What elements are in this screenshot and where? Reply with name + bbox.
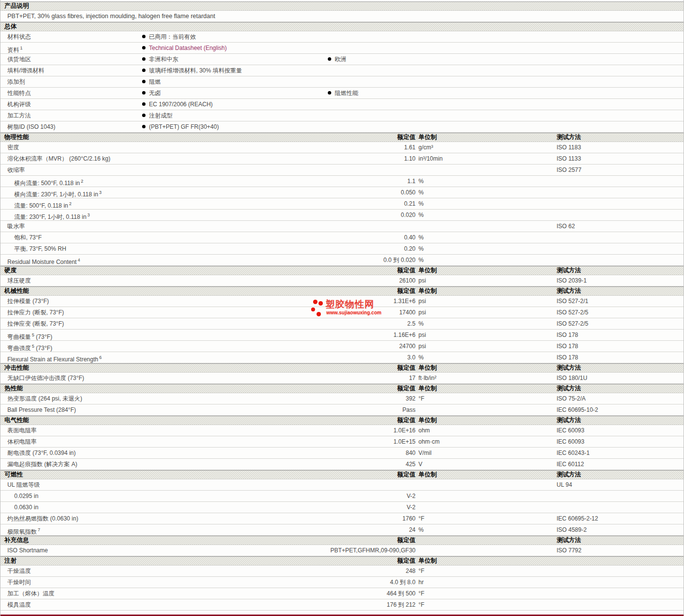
bullet-icon: [142, 102, 146, 106]
property-label-text: 干燥温度: [7, 568, 31, 574]
property-value: 0.050: [265, 187, 415, 198]
section-title: 热性能: [4, 384, 23, 393]
bullet-icon: [142, 114, 146, 117]
property-label-text: 0.0295 in: [14, 493, 38, 499]
property-label-text: 加工（熔体）温度: [7, 590, 54, 597]
table-row: 饱和, 73°F0.40%: [0, 232, 684, 243]
property-label-text: 资料: [7, 47, 19, 53]
property-unit: °F: [418, 566, 424, 576]
property-label: 灼热丝易燃指数 (0.0630 in): [7, 513, 78, 524]
footnote-ref: 7: [38, 527, 40, 532]
section-title: 硬度: [4, 266, 17, 275]
property-label-text: 溶化体积流率（MVR） (260°C/2.16 kg): [7, 155, 110, 162]
property-unit: psi: [418, 341, 426, 352]
property-label: 拉伸模量 (73°F): [7, 296, 49, 307]
bullet-icon: [142, 35, 146, 38]
property-label: 溶化体积流率（MVR） (260°C/2.16 kg): [7, 153, 110, 164]
property-label: 添加剂: [7, 76, 25, 87]
property-value: 24700: [265, 341, 415, 352]
property-label: 吸水率: [7, 221, 25, 232]
test-method: ISO 75-2/A: [557, 393, 586, 404]
table-row: 流量: 230°F, 1小时, 0.118 in30.020%: [0, 210, 684, 221]
property-value: 0.020: [265, 210, 415, 220]
test-method: IEC 60112: [557, 459, 584, 470]
column-header-unit: 单位制: [418, 471, 437, 479]
table-row: 机构评级EC 1907/2006 (REACH): [0, 99, 684, 110]
property-label: 表面电阻率: [7, 425, 37, 436]
property-label-text: 平衡, 73°F, 50% RH: [14, 245, 66, 252]
property-label: 热变形温度 (264 psi, 未退火): [7, 393, 82, 404]
property-label-text: 饱和, 73°F: [14, 234, 42, 241]
column-header-method: 测试方法: [557, 384, 581, 393]
property-unit: psi: [418, 330, 426, 340]
column-header-value: 额定值: [265, 471, 415, 479]
section-header: 电气性能额定值单位制测试方法: [0, 416, 684, 425]
section-header: 总体: [0, 22, 684, 31]
test-method: ISO 2577: [557, 165, 582, 175]
footnote-ref: 2: [81, 179, 83, 184]
section-title: 机械性能: [4, 287, 29, 295]
property-label-text: 弯曲强度: [7, 345, 31, 352]
property-unit: %: [418, 187, 424, 198]
property-label: 无缺口伊佐德冲击强度 (73°F): [7, 373, 84, 383]
bullet-item-label: 无卤: [149, 90, 161, 96]
datasheet-link[interactable]: Technical Datasheet (English): [149, 45, 227, 51]
column-header-method: 测试方法: [557, 364, 581, 372]
test-method: ISO 527-2/5: [557, 307, 588, 318]
table-row: 资料1Technical Datasheet (English): [0, 43, 684, 54]
column-header-method: 测试方法: [557, 416, 581, 425]
table-row: 拉伸应力 (断裂, 73°F)17400psiISO 527-2/5: [0, 307, 684, 318]
property-label-text: 机构评级: [7, 101, 31, 108]
column-header-unit: 单位制: [418, 133, 437, 142]
property-label: Ball Pressure Test (284°F): [7, 404, 76, 415]
table-row: 加工（熔体）温度464 到 500°F: [0, 588, 684, 599]
section-header: 机械性能额定值单位制测试方法: [0, 286, 684, 296]
property-label-text: 0.0630 in: [14, 504, 38, 511]
table-row: 加工方法注射成型: [0, 110, 684, 121]
test-method: IEC 60695-10-2: [557, 404, 598, 415]
property-label-text: 干燥时间: [7, 579, 31, 586]
property-label: ISO Shortname: [7, 545, 48, 556]
column-header-value: 额定值: [265, 416, 415, 425]
table-row: 材料状态已商用：当前有效: [0, 31, 684, 43]
test-method: ISO 2039-1: [557, 275, 586, 286]
section-title: 产品说明: [4, 2, 29, 10]
bullet-icon: [142, 91, 146, 95]
property-label-text: 添加剂: [7, 78, 25, 85]
bullet-item: 非洲和中东: [142, 54, 178, 65]
property-unit: g/cm³: [418, 142, 433, 153]
property-value: V-2: [265, 491, 415, 501]
property-unit: %: [418, 352, 424, 363]
property-unit: %: [418, 176, 424, 187]
property-label-text: 横向流量: 230°F, 1小时, 0.118 in: [14, 191, 98, 198]
section-header: 硬度额定值单位制测试方法: [0, 266, 684, 275]
column-header-method: 测试方法: [557, 266, 581, 275]
property-label-text: 体积电阻率: [7, 438, 37, 445]
table-row: 体积电阻率1.0E+15ohm·cmIEC 60093: [0, 436, 684, 448]
property-label-text: 极限氧指数: [7, 528, 37, 535]
table-row: 拉伸模量 (73°F)1.31E+6psiISO 527-2/1: [0, 296, 684, 307]
property-unit: %: [418, 198, 424, 209]
table-row: 拉伸应变 (断裂, 73°F)2.5%ISO 527-2/5: [0, 318, 684, 330]
footnote-ref: 4: [77, 258, 80, 262]
section-title: 电气性能: [4, 416, 29, 425]
column-header-unit: 单位制: [418, 287, 437, 295]
property-value: 425: [265, 459, 415, 470]
footnote-ref: 6: [99, 355, 101, 360]
property-value: 1.1: [265, 176, 415, 187]
bullet-item-label: 注射成型: [149, 112, 172, 119]
table-row: 干燥时间4.0 到 8.0hr: [0, 577, 684, 588]
property-value: 1.0E+15: [265, 436, 415, 447]
section-header: 可燃性额定值单位制测试方法: [0, 470, 684, 479]
property-label: 树脂ID (ISO 1043): [7, 121, 55, 132]
bullet-item-label: 玻璃纤维增强材料, 30% 填料按重量: [149, 67, 242, 74]
product-description: PBT+PET, 30% glass fibres, injection mou…: [7, 11, 215, 22]
bullet-icon: [328, 57, 331, 61]
section-title: 注射: [4, 557, 17, 565]
property-value: 392: [265, 393, 415, 404]
property-unit: ohm·cm: [418, 436, 440, 447]
property-label-text: 漏电起痕指数 (解决方案 A): [7, 461, 77, 468]
section-header: 冲击性能额定值单位制测试方法: [0, 363, 684, 373]
property-label: 干燥温度: [7, 566, 31, 576]
table-row: 密度1.61g/cm³ISO 1183: [0, 142, 684, 153]
